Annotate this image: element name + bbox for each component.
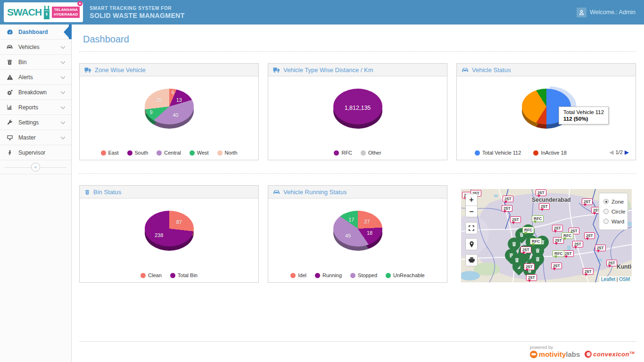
panel-vehicle-type-distance: Vehicle Type Wise Distance / Km 1,812,13… — [268, 63, 447, 160]
map-marker-25t[interactable]: 25T — [524, 263, 535, 270]
layer-option-zone[interactable]: Zone — [603, 197, 623, 206]
legend-item[interactable]: InActive 18 — [533, 150, 566, 156]
map-marker-25t[interactable]: 25T — [552, 225, 563, 231]
chart-legend: IdelRunningStoppedUnReachable — [268, 272, 447, 278]
car-icon — [6, 43, 13, 50]
legend-item[interactable]: East — [101, 150, 119, 156]
map-marker-rfc[interactable]: RFC — [553, 250, 564, 257]
printer-icon[interactable] — [466, 255, 477, 266]
map-marker-25t[interactable]: 25T — [502, 205, 512, 212]
map-marker-rfc[interactable]: RFC — [530, 238, 542, 245]
map-marker-rfc[interactable]: RFC — [522, 227, 534, 233]
legend-item[interactable]: Idel — [290, 272, 306, 278]
map-marker-25t[interactable]: 25T — [551, 263, 562, 269]
pager-prev-icon[interactable]: ◀ — [609, 149, 613, 156]
map-marker-25t[interactable]: 25T — [606, 260, 617, 266]
map-city-label: Secunderabad — [532, 197, 571, 203]
sidebar-collapse-button[interactable]: « — [31, 163, 40, 172]
map-marker-25t[interactable]: 25T — [563, 250, 574, 257]
pie-chart-running-status[interactable]: 27184917 — [333, 211, 382, 251]
panel-zone-wise-vehicle: Zone Wise Vehicle 61340925 EastSouthCent… — [79, 63, 259, 160]
fullscreen-icon[interactable] — [466, 222, 477, 234]
legend-item[interactable]: Clean — [140, 272, 162, 278]
legend-item[interactable]: Other — [361, 150, 381, 156]
legend-item[interactable]: UnReachable — [386, 272, 425, 278]
sidebar-item-label: Vehicles — [18, 44, 56, 50]
chevron-down-icon — [61, 44, 66, 49]
map-marker-25t[interactable]: 25T — [510, 216, 521, 223]
map-marker-rfc[interactable]: RFC — [532, 215, 544, 222]
legend-dot-icon — [140, 273, 146, 278]
pie-chart-bin-status[interactable]: 87238 — [145, 211, 194, 251]
map-marker-25t[interactable]: 25T — [503, 196, 513, 202]
sidebar-item-alerts[interactable]: Alerts — [0, 70, 71, 85]
layer-option-circle[interactable]: Circle — [603, 206, 623, 216]
zoom-out-button[interactable]: − — [466, 206, 477, 217]
leaflet-map[interactable]: 25T25T25T25T25T25T25T25T25T25T25T25T25T2… — [461, 189, 632, 282]
map-marker-25t[interactable]: 25T — [584, 232, 595, 239]
chart-legend: Total Vehicle 112InActive 18 — [457, 150, 636, 156]
map-layer-control: Zone Circle Ward — [599, 193, 628, 230]
slice-label: 9 — [149, 109, 152, 115]
legend-item[interactable]: Stopped — [350, 272, 377, 278]
legend-item[interactable]: Running — [315, 272, 342, 278]
charminar-tower-icon — [43, 5, 50, 19]
map-print-control — [465, 254, 478, 266]
pager-next-icon[interactable]: ▶ — [625, 149, 629, 156]
panel-body: 61340925 EastSouthCentralWestNorth — [80, 76, 258, 160]
legend-item[interactable]: RFC — [334, 150, 352, 156]
legend-item[interactable]: Total Vehicle 112 — [475, 150, 521, 156]
chevron-down-icon — [61, 104, 66, 109]
sidebar-item-master[interactable]: Master — [0, 130, 71, 145]
user-menu[interactable]: Welcome.: Admin — [577, 0, 636, 25]
slice-label: 17 — [348, 217, 354, 222]
legend-dot-icon — [315, 273, 320, 278]
layer-option-ward[interactable]: Ward — [603, 216, 623, 226]
panel-header: Vehicle Status — [457, 64, 636, 76]
map-marker-25t[interactable]: 25T — [595, 245, 606, 251]
map-marker-25t[interactable]: 25T — [526, 274, 537, 281]
radio-selected-icon — [603, 199, 609, 204]
legend-dot-icon — [127, 150, 132, 156]
pie-chart-distance[interactable]: 1,812,135 — [333, 89, 382, 129]
legend-item[interactable]: Total Bin — [170, 272, 198, 278]
sidebar-item-dashboard[interactable]: Dashboard — [0, 25, 71, 40]
sidebar-item-settings[interactable]: Settings — [0, 115, 71, 130]
zoom-in-button[interactable]: + — [466, 194, 477, 206]
swach-logo: SWACH TELANGANA HYDERABAD — [4, 2, 83, 22]
sidebar-item-supervisor[interactable]: Supervisor — [0, 145, 71, 160]
chart-legend: CleanTotal Bin — [80, 272, 258, 278]
map-marker-rfc[interactable]: RFC — [561, 232, 573, 239]
legend-item[interactable]: Central — [157, 150, 181, 156]
sidebar-item-reports[interactable]: Reports — [0, 100, 71, 115]
sidebar-nav: Dashboard Vehicles Bin Alerts Breakdown — [0, 25, 72, 362]
map-marker-25t[interactable]: 25T — [583, 268, 594, 275]
sidebar-item-breakdown[interactable]: Breakdown — [0, 85, 71, 100]
legend-item[interactable]: North — [217, 150, 238, 156]
pie-surface: 87238 — [145, 211, 194, 247]
chevron-down-icon — [61, 119, 66, 124]
legend-item[interactable]: West — [190, 150, 209, 156]
radio-icon — [603, 219, 609, 224]
panel-body: 1,812,135 RFCOther — [268, 76, 447, 160]
legend-dot-icon — [190, 150, 195, 156]
leaflet-link[interactable]: Leaflet — [601, 277, 615, 282]
location-pin-icon[interactable] — [466, 239, 477, 250]
map-marker-25t[interactable]: 25T — [572, 241, 583, 247]
osm-link[interactable]: OSM — [619, 277, 630, 282]
map-marker-25t[interactable]: 25T — [582, 198, 593, 205]
legend-item[interactable]: South — [127, 150, 149, 156]
sidebar-item-bin[interactable]: Bin — [0, 55, 71, 70]
sidebar-item-vehicles[interactable]: Vehicles — [0, 40, 71, 55]
map-marker-25t[interactable]: 25T — [536, 189, 546, 196]
map-marker-25t[interactable]: 25T — [539, 203, 550, 210]
pie-chart-zone[interactable]: 61340925 — [145, 89, 194, 129]
legend-dot-icon — [217, 150, 223, 156]
map-marker-25t[interactable]: 25T — [520, 247, 531, 253]
convexicon-logo: convexiconTM — [585, 351, 635, 358]
logo-badge: TELANGANA HYDERABAD — [52, 7, 80, 18]
panel-vehicle-running-status: Vehicle Running Status 27184917 IdelRunn… — [268, 185, 447, 283]
title-separator — [79, 51, 636, 52]
trash-icon — [84, 189, 90, 195]
layer-label: Ward — [611, 219, 624, 224]
